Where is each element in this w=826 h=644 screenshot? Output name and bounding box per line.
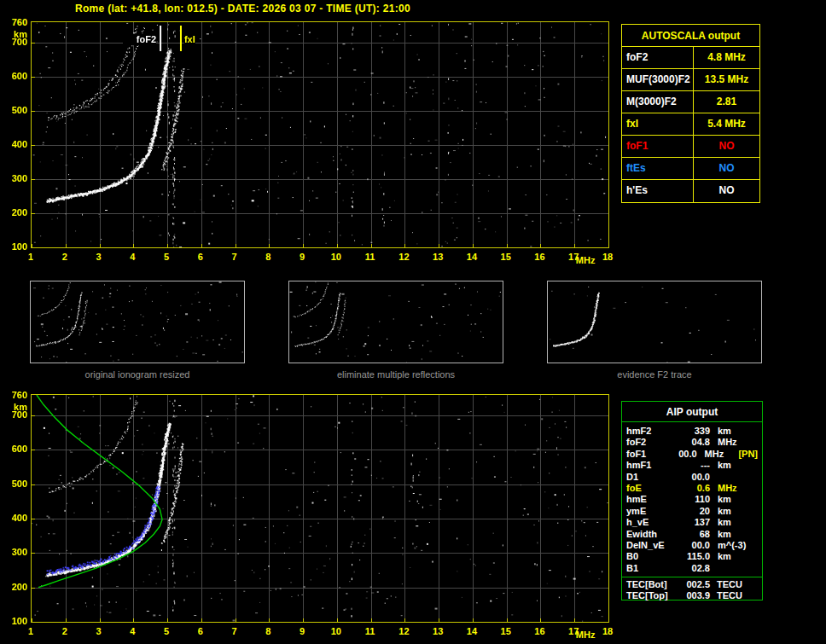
aip-param-value: 137	[679, 517, 710, 528]
axis-tick-label: 600	[3, 444, 27, 454]
top-ionogram-plot	[31, 21, 609, 248]
axis-tick-label: 1	[22, 252, 39, 262]
bottom-profile-plot	[31, 394, 609, 623]
aip-output-table: AIP output hmF2339kmfoF204.8MHzfoF100.0M…	[621, 401, 763, 600]
axis-tick-label: 2	[56, 626, 73, 636]
x-axis-unit-label: MHz	[573, 255, 597, 265]
aip-param-unit: km	[718, 517, 757, 528]
aip-table-header: AIP output	[622, 402, 762, 422]
axis-tick-label: 12	[395, 252, 412, 262]
aip-row: B102.8	[622, 563, 762, 574]
tec-unit: TECU	[717, 579, 756, 590]
axis-tick-label: 500	[3, 105, 27, 115]
aip-param-unit: km	[718, 426, 757, 437]
autoscala-param-value: 5.4 MHz	[694, 113, 759, 135]
axis-tick-label: 7	[226, 252, 243, 262]
autoscala-param-value: 13.5 MHz	[694, 69, 759, 90]
aip-row: foE0.6MHz	[622, 483, 762, 494]
aip-param-flag: [PN]	[738, 449, 758, 460]
aip-param-value: 110	[679, 494, 710, 505]
axis-tick-label: 14	[463, 626, 480, 636]
aip-param-unit: MHz	[705, 449, 738, 460]
aip-param-name: hmF1	[626, 460, 679, 471]
autoscala-param-value: NO	[694, 136, 759, 157]
aip-param-name: ymE	[626, 506, 679, 517]
aip-tec-row: TEC[Bot]002.5TECU	[622, 579, 762, 590]
axis-tick-label: 18	[599, 626, 616, 636]
aip-param-unit	[718, 472, 757, 483]
panel-caption-evidence: evidence F2 trace	[547, 369, 762, 380]
aip-param-unit	[718, 563, 757, 574]
aip-param-name: foE	[626, 483, 679, 494]
aip-row: foF204.8MHz	[622, 437, 762, 448]
panel-evidence-canvas	[548, 281, 761, 363]
aip-row: ymE20km	[622, 506, 762, 517]
aip-table-body: hmF2339kmfoF204.8MHzfoF100.0MHz[PN]hmF1-…	[622, 422, 762, 574]
axis-tick-label: 5	[158, 252, 175, 262]
axis-tick-label: 15	[497, 626, 515, 636]
aip-row: D100.0	[622, 472, 762, 483]
aip-param-value: 68	[679, 529, 710, 540]
axis-tick-label: 200	[3, 582, 27, 592]
aip-row: hmE110km	[622, 494, 762, 505]
axis-tick-label: 6	[192, 626, 209, 636]
axis-tick-label: 7	[226, 626, 243, 636]
autoscala-output-table: AUTOSCALA output foF24.8 MHzMUF(3000)F21…	[621, 24, 760, 203]
aip-param-value: 00.0	[671, 449, 696, 460]
axis-tick-label: 6	[192, 252, 209, 262]
axis-tick-label: 300	[3, 173, 27, 183]
aip-row: hmF2339km	[622, 426, 762, 437]
aip-param-value: 115.0	[679, 551, 710, 562]
tec-unit: TECU	[717, 590, 756, 601]
autoscala-row: foF1NO	[622, 136, 759, 158]
aip-row: hmF1---km	[622, 460, 762, 471]
aip-row: h_vE137km	[622, 517, 762, 528]
panel-eliminate-canvas	[289, 281, 503, 363]
autoscala-param-label: h'Es	[622, 180, 694, 202]
autoscala-screen: Rome (lat: +41.8, lon: 012.5) - DATE: 20…	[0, 0, 826, 644]
aip-row: Ewidth68km	[622, 529, 762, 540]
aip-param-name: DelN_vE	[626, 540, 679, 551]
panel-original-ionogram	[30, 281, 245, 363]
aip-param-value: ---	[679, 460, 710, 471]
aip-row: foF100.0MHz[PN]	[622, 449, 762, 460]
axis-tick-label: 1	[22, 626, 39, 636]
axis-tick-label: 10	[328, 252, 345, 262]
autoscala-param-value: NO	[694, 158, 759, 179]
aip-param-unit: km	[718, 551, 757, 562]
axis-tick-label: 700	[3, 37, 27, 47]
axis-tick-label: 9	[294, 252, 311, 262]
axis-tick-label: 13	[429, 626, 446, 636]
axis-tick-label: 14	[463, 252, 480, 262]
marker-label-fxI: fxI	[184, 34, 195, 45]
axis-tick-label: 500	[3, 479, 27, 489]
aip-param-value: 00.0	[679, 540, 710, 551]
aip-param-unit: MHz	[718, 483, 757, 494]
axis-tick-label: 16	[531, 252, 548, 262]
axis-tick-label: 8	[259, 252, 276, 262]
axis-tick-label: 400	[3, 139, 27, 149]
aip-param-value: 339	[679, 426, 710, 437]
page-title: Rome (lat: +41.8, lon: 012.5) - DATE: 20…	[75, 3, 410, 15]
tec-name: TEC[Top]	[626, 590, 676, 601]
axis-tick-label: 100	[3, 616, 27, 626]
aip-param-name: B1	[626, 563, 679, 574]
axis-tick-label: 3	[90, 252, 108, 262]
aip-param-value: 04.8	[679, 437, 710, 448]
aip-param-unit: km	[718, 460, 757, 471]
y-axis-top-label: 760	[3, 17, 27, 27]
axis-tick-label: 12	[395, 626, 412, 636]
aip-param-name: foF2	[626, 437, 679, 448]
autoscala-param-label: foF2	[622, 47, 694, 68]
autoscala-table-body: foF24.8 MHzMUF(3000)F213.5 MHzM(3000)F22…	[622, 47, 759, 202]
autoscala-row: fxI5.4 MHz	[622, 113, 759, 136]
autoscala-row: MUF(3000)F213.5 MHz	[622, 69, 759, 91]
autoscala-table-header: AUTOSCALA output	[622, 25, 759, 47]
axis-tick-label: 2	[56, 252, 73, 262]
autoscala-row: ftEsNO	[622, 158, 759, 180]
autoscala-row: foF24.8 MHz	[622, 47, 759, 69]
panel-caption-eliminate: eliminate multiple reflections	[288, 369, 503, 380]
aip-param-value: 20	[679, 506, 710, 517]
aip-param-value: 02.8	[679, 563, 710, 574]
aip-param-unit: km	[718, 529, 757, 540]
